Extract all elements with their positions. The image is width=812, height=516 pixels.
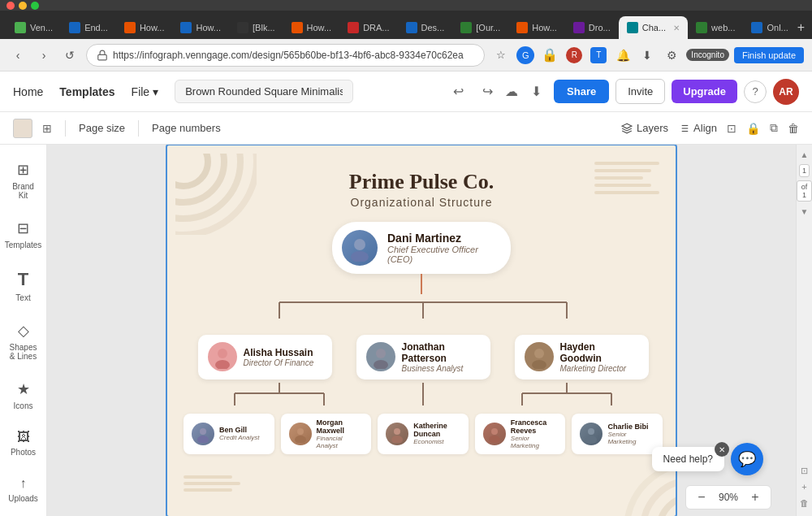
right-trash-icon[interactable]: 🗑 <box>798 496 811 509</box>
tab-our[interactable]: [Our... <box>452 16 508 39</box>
help-bubble: Need help? ✕ 💬 <box>652 443 763 475</box>
card-jonathan[interactable]: Jonathan Patterson Business Analyst <box>356 335 490 379</box>
help-button[interactable]: ? <box>744 80 767 103</box>
nav-templates[interactable]: Templates <box>59 85 114 98</box>
delete-icon[interactable]: 🗑 <box>788 122 799 135</box>
tab-des[interactable]: Des... <box>398 16 453 39</box>
invite-button[interactable]: Invite <box>615 79 665 104</box>
svg-rect-0 <box>98 54 107 59</box>
new-tab-button[interactable]: + <box>797 16 806 39</box>
sidebar-uploads-label: Uploads <box>8 494 38 503</box>
reload-button[interactable]: ↺ <box>60 46 80 65</box>
nav-file[interactable]: File ▾ <box>132 85 159 98</box>
scroll-down-button[interactable]: ▼ <box>798 205 811 218</box>
lock-tool-icon[interactable]: 🔒 <box>746 122 760 135</box>
bookmark-icon[interactable]: ☆ <box>491 46 511 65</box>
nav-home[interactable]: Home <box>13 85 43 98</box>
download-button[interactable]: ⬇ <box>525 80 547 103</box>
card-alisha[interactable]: Alisha Hussain Director Of Finance <box>198 335 332 379</box>
share-button[interactable]: Share <box>554 80 609 103</box>
org-chart-canvas[interactable]: Prime Pulse Co. Organizational Structure… <box>166 145 677 516</box>
svg-point-26 <box>532 360 546 369</box>
extension-icon2[interactable]: R <box>564 46 584 65</box>
card-katherine[interactable]: Katherine Duncan Economist <box>378 414 469 454</box>
ceo-card[interactable]: Dani Martinez Chief Executive Officer (C… <box>332 222 511 274</box>
alisha-info: Alisha Hussain Director Of Finance <box>244 347 314 367</box>
extension-icon3[interactable]: T <box>589 46 608 65</box>
tab-how4[interactable]: How... <box>508 16 565 39</box>
sidebar-item-templates[interactable]: ⊟ Templates <box>4 213 43 256</box>
tab-how2[interactable]: How... <box>172 16 229 39</box>
close-dot[interactable] <box>6 2 15 10</box>
card-hayden[interactable]: Hayden Goodwin Marketing Director <box>515 335 649 379</box>
minimize-dot[interactable] <box>19 2 27 10</box>
page-numbers-label[interactable]: Page numbers <box>152 122 221 134</box>
redo-button[interactable]: ↪ <box>476 80 499 103</box>
align-button[interactable]: Align <box>678 122 717 134</box>
alisha-name: Alisha Hussain <box>244 347 314 358</box>
scroll-up-button[interactable]: ▲ <box>798 148 811 161</box>
tab-end[interactable]: End... <box>61 16 116 39</box>
sidebar-item-text[interactable]: T Text <box>4 262 43 309</box>
right-add-icon[interactable]: + <box>798 480 811 493</box>
card-ben[interactable]: Ben Gill Credit Analyst <box>184 414 274 454</box>
doc-title-input[interactable] <box>175 80 353 103</box>
ceo-info: Dani Martinez Chief Executive Officer (C… <box>387 232 495 264</box>
svg-point-44 <box>588 428 594 435</box>
layers-button[interactable]: Layers <box>621 122 668 134</box>
user-avatar[interactable]: AR <box>773 79 799 105</box>
extension-icon4[interactable]: 🔔 <box>613 46 633 65</box>
tab-how1[interactable]: How... <box>116 16 173 39</box>
card-francesca[interactable]: Francesca Reeves Senior Marketing <box>475 414 566 454</box>
sidebar-item-shapes[interactable]: ◇ Shapes & Lines <box>4 315 43 367</box>
copy-icon[interactable]: ⧉ <box>770 121 778 135</box>
zoom-minus-button[interactable]: − <box>693 488 710 506</box>
resize-icon[interactable]: ⊡ <box>727 122 736 135</box>
svg-point-15 <box>354 239 365 250</box>
tab-cha-active[interactable]: Cha... ✕ <box>619 16 688 39</box>
chat-icon-button[interactable]: 💬 <box>731 443 763 475</box>
grid-icon[interactable]: ⊞ <box>42 122 52 135</box>
download-icon[interactable]: ⬇ <box>637 46 657 65</box>
tab-how3[interactable]: How... <box>283 16 340 39</box>
sidebar-photos-label: Photos <box>11 448 36 457</box>
org-tree: Alisha Hussain Director Of Finance <box>184 294 663 454</box>
tab-ven[interactable]: Ven... <box>6 16 61 39</box>
sidebar-item-uploads[interactable]: ↑ Uploads <box>4 470 43 509</box>
card-morgan[interactable]: Morgan Maxwell Financial Analyst <box>281 414 372 454</box>
tab-web[interactable]: web... <box>688 16 743 39</box>
zoom-plus-button[interactable]: + <box>746 488 764 506</box>
page-size-label[interactable]: Page size <box>79 122 125 134</box>
sync-icon[interactable]: ☁ <box>505 84 518 99</box>
tab-blk[interactable]: [Blk... <box>229 16 283 39</box>
canvas-area[interactable]: Prime Pulse Co. Organizational Structure… <box>47 145 796 516</box>
hayden-title: Marketing Director <box>560 364 639 373</box>
finish-update-button[interactable]: Finish update <box>734 47 804 63</box>
undo-button[interactable]: ↩ <box>447 80 469 103</box>
level2-row: Alisha Hussain Director Of Finance <box>184 335 663 379</box>
card-charlie[interactable]: Charlie Bibi Senior Marketing <box>572 414 663 454</box>
forward-button[interactable]: › <box>34 46 54 65</box>
lock-icon <box>97 50 108 61</box>
sidebar-item-photos[interactable]: 🖼 Photos <box>4 423 43 463</box>
align-icon <box>678 123 689 134</box>
svg-point-40 <box>394 428 400 435</box>
maximize-dot[interactable] <box>31 2 39 10</box>
tab-dro[interactable]: Dro... <box>565 16 619 39</box>
upgrade-button[interactable]: Upgrade <box>672 80 737 103</box>
profile-icon[interactable]: G <box>516 46 535 65</box>
tab-dra[interactable]: DRA... <box>339 16 397 39</box>
extension-icon1[interactable]: 🔒 <box>540 46 559 65</box>
main-area: ⊞ Brand Kit ⊟ Templates T Text ◇ Shapes … <box>0 145 812 516</box>
layers-icon <box>621 123 633 134</box>
tab-onl[interactable]: Onl... <box>743 16 796 39</box>
back-button[interactable]: ‹ <box>8 46 28 65</box>
sidebar-item-brand-kit[interactable]: ⊞ Brand Kit <box>4 154 43 206</box>
help-close-button[interactable]: ✕ <box>715 442 729 457</box>
url-bar[interactable]: https://infograph.venngage.com/design/56… <box>86 44 485 67</box>
color-picker[interactable] <box>13 119 32 138</box>
sidebar-item-icons[interactable]: ★ Icons <box>4 374 43 417</box>
right-copy-icon[interactable]: ⊡ <box>798 464 811 477</box>
settings-icon[interactable]: ⚙ <box>662 46 681 65</box>
level3-connectors <box>184 381 663 414</box>
